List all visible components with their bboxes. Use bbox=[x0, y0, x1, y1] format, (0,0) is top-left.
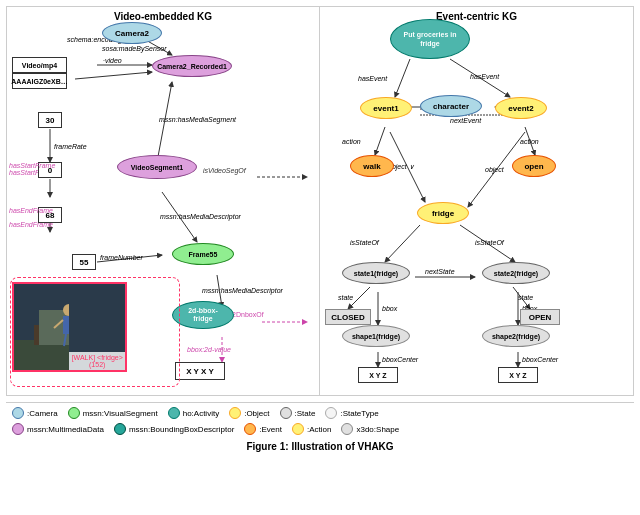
svg-text:bboxCenter: bboxCenter bbox=[522, 356, 559, 363]
legend-event-icon bbox=[244, 423, 256, 435]
fridge-node: fridge bbox=[417, 202, 469, 224]
svg-text:nextEvent: nextEvent bbox=[450, 117, 482, 124]
pink-dashed-box bbox=[10, 277, 180, 387]
svg-text:frameNumber: frameNumber bbox=[100, 254, 143, 261]
svg-text:nextState: nextState bbox=[425, 268, 455, 275]
legend-state-icon bbox=[280, 407, 292, 419]
hasstartframe-label: hasStartFrame bbox=[9, 162, 55, 169]
right-panel: Event-centric KG hasEvent hasEvent chara… bbox=[320, 7, 633, 395]
svg-line-5 bbox=[75, 72, 152, 79]
svg-line-44 bbox=[375, 127, 385, 155]
svg-line-48 bbox=[390, 132, 425, 202]
svg-line-52 bbox=[385, 225, 420, 262]
open-state-node: OPEN bbox=[520, 309, 560, 325]
legend-action: :Action bbox=[292, 423, 331, 435]
legend-visualsegment: mssn:VisualSegment bbox=[68, 407, 158, 419]
put-groceries-node: Put groceries infridge bbox=[390, 19, 470, 59]
legend-action-icon bbox=[292, 423, 304, 435]
svg-text:action: action bbox=[520, 138, 539, 145]
legend-statetype-icon bbox=[325, 407, 337, 419]
svg-text:sosa:madeBySensor: sosa:madeBySensor bbox=[102, 45, 167, 53]
svg-text:isStateOf: isStateOf bbox=[350, 239, 380, 246]
legend-state: :State bbox=[280, 407, 316, 419]
shape2-node: shape2(fridge) bbox=[482, 325, 550, 347]
svg-text:bbox:2d-value: bbox:2d-value bbox=[187, 346, 231, 353]
legend-x3do-icon bbox=[341, 423, 353, 435]
svg-line-54 bbox=[460, 225, 515, 262]
main-container: Video-embedded KG schema:encodingFormat … bbox=[0, 0, 640, 458]
legend-camera-icon bbox=[12, 407, 24, 419]
left-panel: Video-embedded KG schema:encodingFormat … bbox=[7, 7, 320, 395]
open-node: open bbox=[512, 155, 556, 177]
svg-text:bbox: bbox bbox=[382, 305, 398, 312]
svg-text:mssn:hasMediaDescriptor: mssn:hasMediaDescriptor bbox=[202, 287, 284, 295]
svg-line-60 bbox=[513, 287, 530, 309]
legend-activity: ho:Activity bbox=[168, 407, 219, 419]
aaaa-node: AAAAlGZ0eXB… bbox=[12, 73, 67, 89]
isvideoSegOf-label: isVideoSegOf bbox=[203, 167, 246, 174]
val55-node: 55 bbox=[72, 254, 96, 270]
character-node: character bbox=[420, 95, 482, 117]
legend-bbox: mssn:BoundingBoxDescriptor bbox=[114, 423, 234, 435]
state1-node: state1(fridge) bbox=[342, 262, 410, 284]
svg-text:state: state bbox=[518, 294, 533, 301]
svg-text:hasEvent: hasEvent bbox=[358, 75, 388, 82]
videomp4-node: Video/mp4 bbox=[12, 57, 67, 73]
xyxy-node: X Y X Y bbox=[175, 362, 225, 380]
svg-text:frameRate: frameRate bbox=[54, 143, 87, 150]
diagram-area: Video-embedded KG schema:encodingFormat … bbox=[6, 6, 634, 396]
walk-node: walk bbox=[350, 155, 394, 177]
xyz1-node: X Y Z bbox=[358, 367, 398, 383]
svg-text:isStateOf: isStateOf bbox=[475, 239, 505, 246]
svg-line-16 bbox=[97, 255, 162, 262]
closed-node: CLOSED bbox=[325, 309, 371, 325]
svg-text:·video: ·video bbox=[103, 57, 122, 64]
svg-text:object: object bbox=[485, 166, 505, 174]
shape1-node: shape1(fridge) bbox=[342, 325, 410, 347]
svg-text:mssn:hasMediaSegment: mssn:hasMediaSegment bbox=[159, 116, 237, 124]
hasendframe-label: hasEndFrame bbox=[9, 207, 53, 214]
left-panel-title: Video-embedded KG bbox=[11, 11, 315, 22]
svg-text:bboxCenter: bboxCenter bbox=[382, 356, 419, 363]
legend-visualsegment-icon bbox=[68, 407, 80, 419]
legend-multimedia-icon bbox=[12, 423, 24, 435]
frame55-node: Frame55 bbox=[172, 243, 234, 265]
state2-node: state2(fridge) bbox=[482, 262, 550, 284]
svg-line-14 bbox=[162, 192, 197, 242]
camera2-node: Camera2 bbox=[102, 22, 162, 44]
legend-activity-icon bbox=[168, 407, 180, 419]
svg-text:mssn:hasMediaDescriptor: mssn:hasMediaDescriptor bbox=[160, 213, 242, 221]
svg-line-36 bbox=[395, 59, 410, 97]
legend-multimedia: mssn:MultimediaData bbox=[12, 423, 104, 435]
legend-camera: :Camera bbox=[12, 407, 58, 419]
legend-event: :Event bbox=[244, 423, 282, 435]
videosegment-node: VideoSegment1 bbox=[117, 155, 197, 179]
svg-text:state: state bbox=[338, 294, 353, 301]
camera2recorded-node: Camera2_Recorded1 bbox=[152, 55, 232, 77]
legend-x3do: x3do:Shape bbox=[341, 423, 399, 435]
val30-node: 30 bbox=[38, 112, 62, 128]
svg-line-12 bbox=[157, 82, 172, 162]
xyz2-node: X Y Z bbox=[498, 367, 538, 383]
event1-node: event1 bbox=[360, 97, 412, 119]
legend-object-icon bbox=[229, 407, 241, 419]
legend-object: :Object bbox=[229, 407, 269, 419]
legend-row1: :Camera mssn:VisualSegment ho:Activity :… bbox=[12, 407, 628, 419]
svg-text:hasEvent: hasEvent bbox=[470, 73, 500, 80]
legend-row2: mssn:MultimediaData mssn:BoundingBoxDesc… bbox=[12, 423, 628, 435]
right-panel-title: Event-centric KG bbox=[324, 11, 629, 22]
event2-node: event2 bbox=[495, 97, 547, 119]
svg-text:action: action bbox=[342, 138, 361, 145]
bbox-fridge-node: 2d-bbox-fridge bbox=[172, 301, 234, 329]
legend-statetype: :StateType bbox=[325, 407, 378, 419]
svg-line-58 bbox=[348, 287, 370, 309]
svg-line-38 bbox=[450, 59, 510, 97]
legend: :Camera mssn:VisualSegment ho:Activity :… bbox=[6, 402, 634, 439]
legend-bbox-icon bbox=[114, 423, 126, 435]
figure-caption: Figure 1: Illustration of VHAKG bbox=[6, 441, 634, 452]
svg-line-46 bbox=[525, 127, 535, 155]
